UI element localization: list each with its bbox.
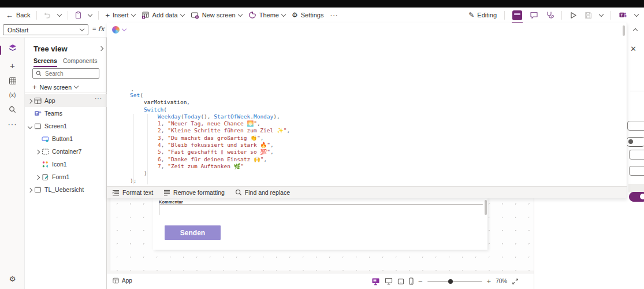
copilot-menu[interactable] xyxy=(112,26,126,34)
expand-chevron[interactable] xyxy=(27,97,32,104)
expand-chevron[interactable] xyxy=(35,148,40,155)
app-checker-button[interactable] xyxy=(546,11,554,19)
tree-item-teams[interactable]: Teams xyxy=(25,107,107,120)
phone-icon[interactable] xyxy=(409,277,414,285)
tree-view-tabs: ScreensComponents xyxy=(33,57,97,67)
rail-variables-button[interactable]: (x) xyxy=(0,92,25,98)
code-lines[interactable]: Set(varMotivation,Switch(Weekday(Today()… xyxy=(107,92,615,184)
paste-button[interactable] xyxy=(75,11,82,19)
tree-item-icon1[interactable]: Icon1 xyxy=(25,158,107,171)
theme-button[interactable]: Theme xyxy=(248,11,285,19)
property-name: OnStart xyxy=(8,27,28,34)
comment-input-field[interactable] xyxy=(159,205,485,216)
teams-button[interactable] xyxy=(619,11,627,19)
rail-tree-view-button[interactable] xyxy=(0,43,25,53)
copilot-icon xyxy=(112,26,120,34)
card-scrollbar[interactable] xyxy=(485,200,487,215)
tree-item-button1[interactable]: Button1 xyxy=(25,132,107,145)
insert-button[interactable]: + Insert xyxy=(105,12,135,19)
tree-view-panel: Tree view ScreensComponents + New screen… xyxy=(25,38,107,289)
tab-screens[interactable]: Screens xyxy=(33,57,57,67)
tablet-icon[interactable] xyxy=(397,278,404,285)
comments-button[interactable] xyxy=(530,11,538,19)
paste-chevron[interactable] xyxy=(88,12,92,16)
present-screen-icon[interactable] xyxy=(371,277,380,286)
close-panel-button[interactable]: ✕ xyxy=(630,45,636,53)
property-toggle-on[interactable] xyxy=(629,192,644,202)
tree-item-container7[interactable]: Container7 xyxy=(25,145,107,158)
variables-icon: (x) xyxy=(9,92,16,98)
remove-formatting-button[interactable]: Remove formatting xyxy=(163,189,225,196)
settings-button[interactable]: ⚙ Settings xyxy=(292,12,324,18)
send-button[interactable]: Senden xyxy=(165,225,221,240)
undo-chevron[interactable] xyxy=(57,12,62,16)
tab-components[interactable]: Components xyxy=(63,57,98,67)
formula-editor[interactable]: Set(varMotivation,Switch(Weekday(Today()… xyxy=(107,23,627,198)
tree-item-label: Form1 xyxy=(52,173,69,180)
editing-mode-button[interactable]: ✎ Editing xyxy=(468,12,497,18)
rail-more-button[interactable]: ··· xyxy=(0,120,25,128)
back-label: Back xyxy=(16,12,30,18)
chevron-right-icon xyxy=(27,99,32,103)
fx-symbol: fx xyxy=(98,25,105,33)
property-selector[interactable]: OnStart xyxy=(3,24,88,35)
comment-input[interactable] xyxy=(159,204,483,216)
rail-data-button[interactable] xyxy=(0,77,25,85)
overflow-button[interactable]: ··· xyxy=(330,12,338,18)
property-toggle-off[interactable] xyxy=(626,137,644,147)
status-app[interactable]: App xyxy=(113,277,132,284)
undo-button[interactable] xyxy=(43,11,51,19)
zoom-in-button[interactable]: + xyxy=(487,277,492,286)
new-screen-button[interactable]: New screen xyxy=(191,12,242,19)
zoom-slider-handle[interactable] xyxy=(448,279,453,284)
status-app-label: App xyxy=(122,277,132,284)
format-text-button[interactable]: Format text xyxy=(112,189,153,196)
find-replace-button[interactable]: Find and replace xyxy=(235,189,290,196)
property-input[interactable] xyxy=(629,166,644,176)
editor-scrollbar[interactable] xyxy=(623,25,625,36)
zoom-out-button[interactable]: − xyxy=(418,277,423,286)
new-screen-button[interactable]: + New screen xyxy=(32,83,78,91)
gear-icon: ⚙ xyxy=(9,275,16,283)
fit-to-window-icon[interactable] xyxy=(512,278,519,285)
zoom-slider[interactable] xyxy=(427,281,482,282)
teams-chevron[interactable] xyxy=(634,12,639,16)
tree-item-form1[interactable]: Form1 xyxy=(25,171,107,183)
back-button[interactable]: ← Back xyxy=(6,12,30,19)
property-chevron xyxy=(80,27,84,31)
form-control[interactable]: Kommentar Senden xyxy=(153,198,487,250)
remove-formatting-icon xyxy=(163,190,170,196)
expand-chevron[interactable] xyxy=(27,186,32,193)
item-more-button[interactable]: ··· xyxy=(95,95,102,102)
tree-item-app[interactable]: App··· xyxy=(25,94,107,107)
rail-settings-button[interactable]: ⚙ xyxy=(0,275,25,283)
format-text-icon xyxy=(112,190,120,196)
tree-search-input[interactable] xyxy=(44,70,92,77)
preview-button[interactable] xyxy=(569,12,577,19)
gear-icon: ⚙ xyxy=(292,12,298,18)
expand-chevron[interactable] xyxy=(27,123,32,129)
panel-collapse-chevron[interactable] xyxy=(99,46,103,51)
property-input[interactable] xyxy=(627,121,644,131)
add-data-button[interactable]: Add data xyxy=(142,11,184,19)
tree-search-box[interactable] xyxy=(32,68,99,79)
separator xyxy=(611,11,611,20)
tree-item-tl_uebersicht[interactable]: TL_Uebersicht xyxy=(25,183,107,196)
copilot-panel-toggle[interactable] xyxy=(512,10,522,20)
chevron-right-icon xyxy=(35,175,39,180)
rail-insert-button[interactable]: + xyxy=(0,61,25,71)
code-line: Weekday(Today(), StartOfWeek.Monday), xyxy=(107,113,615,120)
icon-icon xyxy=(41,161,50,168)
property-input[interactable] xyxy=(629,150,644,160)
save-button[interactable] xyxy=(585,12,592,19)
tree-view-icon xyxy=(8,43,17,53)
save-chevron[interactable] xyxy=(599,12,604,16)
expand-chevron[interactable] xyxy=(35,173,40,180)
new-screen-label: New screen xyxy=(40,84,72,91)
status-bar: App − + 70% xyxy=(107,273,534,289)
editing-label: Editing xyxy=(477,12,497,18)
desktop-icon[interactable] xyxy=(385,277,393,285)
rail-search-button[interactable] xyxy=(0,106,25,113)
search-icon xyxy=(9,106,16,113)
tree-item-screen1[interactable]: Screen1 xyxy=(25,120,107,132)
